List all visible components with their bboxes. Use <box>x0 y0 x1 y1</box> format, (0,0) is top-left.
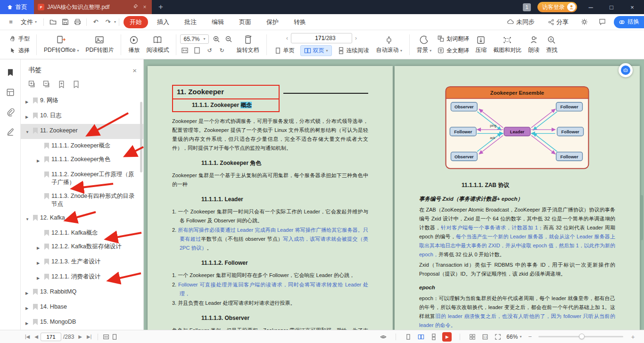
print-icon[interactable] <box>73 18 82 26</box>
zoom-out-button[interactable] <box>224 34 233 44</box>
bookmark-item[interactable]: 14. Hbase <box>21 300 143 315</box>
minimize-button[interactable]: ─ <box>584 4 598 11</box>
bookmark-item[interactable]: 11.1.1. Zookeeper概念 <box>21 139 143 153</box>
pdf-page-right[interactable]: Zookeeper Ensemble <box>395 66 640 330</box>
close-tab-icon[interactable]: × <box>141 4 148 10</box>
new-tab-button[interactable]: + <box>158 2 163 12</box>
double-page-status-button[interactable] <box>417 333 425 341</box>
zoom-out-status-button[interactable]: − <box>526 333 534 340</box>
hamburger-menu-icon[interactable]: ≡ <box>7 18 15 26</box>
close-window-button[interactable]: × <box>625 4 639 11</box>
rotate-document-button[interactable]: 旋转文档 <box>233 33 263 56</box>
settings-gear-icon[interactable] <box>580 18 588 26</box>
history-chevron-icon[interactable]: ▾ <box>114 20 116 24</box>
bookmark-item[interactable]: 13. RabbitMQ <box>21 285 143 300</box>
expand-arrow-icon[interactable] <box>37 273 42 282</box>
tab-protect[interactable]: 保护 <box>260 16 285 28</box>
next-page-arrow[interactable]: › <box>355 35 357 41</box>
annotations-panel-icon[interactable] <box>6 127 15 137</box>
rotate-right-icon[interactable]: ↻ <box>217 46 226 55</box>
document-view[interactable]: 11. Zookeeper 11.1.1. Zookeeper 概念 Zooke… <box>144 59 644 330</box>
zoom-level-select[interactable]: 66% ▾ <box>506 334 521 340</box>
rotate-left-icon[interactable]: ↺ <box>205 46 214 55</box>
bookmark-item[interactable]: 15. MongoDB <box>21 315 143 330</box>
pdf-to-office-button[interactable]: PDF转Office ▾ <box>41 33 82 56</box>
read-mode-button[interactable]: 阅读模式 <box>143 33 172 56</box>
feedback-chat-icon[interactable] <box>598 18 606 26</box>
expand-arrow-icon[interactable] <box>25 214 31 223</box>
play-slideshow-button[interactable]: 播放 <box>125 33 143 56</box>
bookmark-item[interactable]: 11.1.3. Znode有四种形式的目录节点 <box>21 189 143 211</box>
guest-login-button[interactable]: 访客登录 <box>537 2 577 12</box>
page-number-box[interactable]: /283 <box>291 33 352 43</box>
fit-width-icon[interactable] <box>180 46 190 55</box>
double-page-button[interactable]: 双页 ▾ <box>300 45 332 56</box>
bookmark-item[interactable]: 11. Zookeeper <box>21 124 143 139</box>
attachments-panel-icon[interactable] <box>6 107 15 117</box>
expand-arrow-icon[interactable] <box>37 258 42 267</box>
share-button[interactable]: 分享 <box>544 18 572 26</box>
zoom-slider[interactable] <box>538 336 623 337</box>
expand-arrow-icon[interactable] <box>37 155 42 165</box>
pdf-page-left[interactable]: 11. Zookeeper 11.1.1. Zookeeper 概念 Zooke… <box>148 66 393 330</box>
add-bookmark-icon[interactable] <box>58 80 66 88</box>
content-scrollbar[interactable] <box>640 195 643 240</box>
bookmark-item[interactable]: 12. Kafka <box>21 211 143 226</box>
read-aloud-button[interactable]: 朗读 <box>525 33 543 56</box>
expand-arrow-icon[interactable] <box>25 318 31 327</box>
presentation-play-button[interactable]: ▶ <box>442 332 452 342</box>
tab-convert[interactable]: 转换 <box>288 16 312 28</box>
thumbnails-panel-icon[interactable] <box>6 88 15 97</box>
expand-arrow-icon[interactable] <box>25 97 31 106</box>
pdf-to-image-button[interactable]: PDF转图片 <box>82 33 117 56</box>
actual-size-button[interactable]: 1:1 <box>481 333 489 341</box>
prev-page-arrow[interactable]: ‹ <box>286 35 288 41</box>
bookmark-item[interactable]: 11.1.2. Zookeeper工作原理（原子广播） <box>21 168 143 189</box>
zoom-slider-thumb[interactable] <box>579 334 585 339</box>
word-translate-button[interactable]: 划词翻译 <box>435 34 472 44</box>
fullscreen-button[interactable] <box>494 333 502 341</box>
bookmark-item[interactable]: 12.1.1. Kafka概念 <box>21 226 143 240</box>
maximize-button[interactable]: □ <box>604 4 619 11</box>
zoom-select[interactable]: 65.7% ▾ <box>180 34 208 44</box>
prev-page-button[interactable]: ◀ <box>32 334 41 339</box>
redo-icon[interactable]: ↷ <box>104 18 112 26</box>
open-file-icon[interactable] <box>49 18 57 26</box>
bookmarks-panel-icon[interactable] <box>6 68 15 77</box>
notification-badge[interactable]: 1 <box>523 3 531 11</box>
tab-comment[interactable]: 批注 <box>178 16 203 28</box>
bookmark-item[interactable]: 12.1.1. 消费者设计 <box>21 270 143 285</box>
single-page-status-button[interactable] <box>404 333 413 341</box>
expand-arrow-icon[interactable] <box>25 288 31 297</box>
next-page-button[interactable]: ▶ <box>76 334 84 339</box>
bookmark-item[interactable]: 10. 日志 <box>21 109 143 124</box>
document-tab[interactable]: P JAVA核心知识点整理.pdf × <box>34 0 152 14</box>
skin-switch-button[interactable]: 括换 <box>614 16 644 28</box>
background-button[interactable]: 背景 ▾ <box>413 33 435 56</box>
full-translate-button[interactable]: 全文翻译 <box>435 46 472 56</box>
pin-tab-icon[interactable] <box>132 4 139 10</box>
continuous-status-button[interactable] <box>429 333 438 341</box>
sync-status[interactable]: 未同步 <box>503 18 538 26</box>
hand-tool-button[interactable]: 手型 <box>7 34 33 44</box>
edit-bookmark-icon[interactable] <box>72 80 80 88</box>
status-page-input[interactable] <box>41 333 61 341</box>
tab-insert[interactable]: 插入 <box>151 16 175 28</box>
hide-panels-button[interactable] <box>379 333 388 341</box>
bookmark-item[interactable]: 12.1.2. Kafka数据存储设计 <box>21 240 143 255</box>
bookmarks-scrollbar[interactable] <box>140 102 142 172</box>
close-panel-icon[interactable]: × <box>132 66 137 74</box>
save-icon[interactable] <box>61 18 69 26</box>
page-number-input[interactable] <box>307 35 324 41</box>
fit-page-icon[interactable] <box>192 46 202 55</box>
file-menu[interactable]: 文件 ▾ <box>17 14 41 30</box>
home-tab[interactable]: 首页 <box>0 0 34 14</box>
first-page-button[interactable]: |◀ <box>23 334 32 339</box>
expand-all-icon[interactable] <box>28 80 36 88</box>
ai-assistant-button[interactable] <box>619 63 633 77</box>
undo-icon[interactable]: ↶ <box>91 18 100 26</box>
last-page-button[interactable]: ▶| <box>84 334 94 339</box>
expand-arrow-icon[interactable] <box>37 243 42 252</box>
bookmark-item[interactable]: 12.1.3. 生产者设计 <box>21 255 143 270</box>
continuous-read-button[interactable]: 连续阅读 <box>334 45 373 56</box>
